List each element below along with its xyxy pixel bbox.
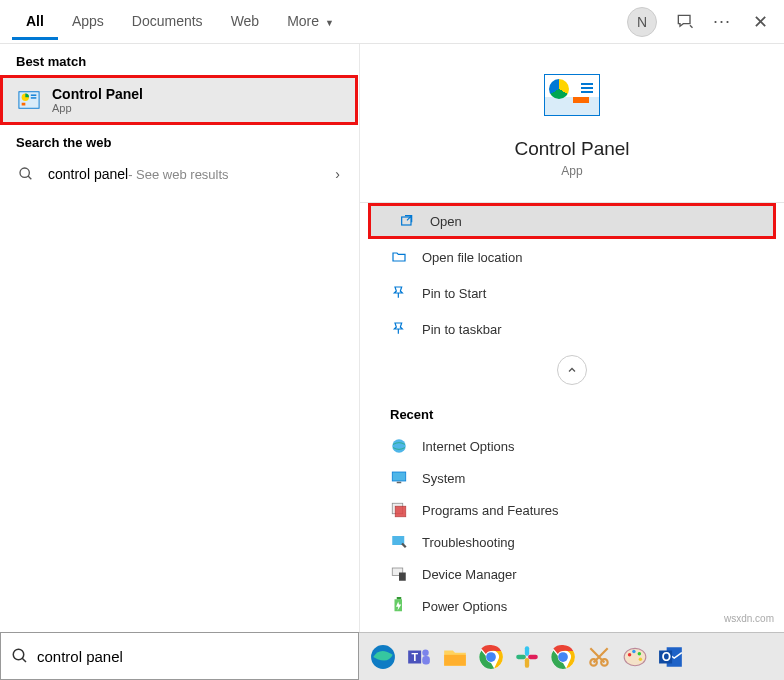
svg-rect-29 (525, 658, 529, 668)
svg-rect-9 (397, 482, 402, 484)
action-pin-to-start[interactable]: Pin to Start (360, 275, 784, 311)
taskbar-chrome-icon[interactable] (475, 641, 507, 673)
recent-system[interactable]: System (360, 462, 784, 494)
search-icon (18, 166, 36, 182)
recent-programs[interactable]: Programs and Features (360, 494, 784, 526)
svg-point-5 (20, 168, 29, 177)
control-panel-icon (18, 89, 40, 111)
tab-more[interactable]: More ▼ (273, 3, 348, 40)
svg-rect-8 (392, 472, 406, 481)
recent-list: Internet Options System Programs and Fea… (360, 430, 784, 622)
svg-point-38 (638, 652, 641, 655)
tab-documents[interactable]: Documents (118, 3, 217, 40)
chevron-right-icon: › (335, 166, 340, 182)
svg-rect-30 (528, 654, 538, 658)
svg-rect-11 (395, 506, 406, 517)
search-bar (0, 632, 359, 680)
action-label: Pin to Start (422, 286, 486, 301)
feedback-icon[interactable] (675, 12, 695, 32)
taskbar-edge-icon[interactable] (367, 641, 399, 673)
recent-device-manager[interactable]: Device Manager (360, 558, 784, 590)
internet-icon (390, 437, 408, 455)
monitor-icon (390, 469, 408, 487)
preview-sub: App (400, 164, 744, 178)
result-sub: App (52, 102, 143, 114)
taskbar-outlook-icon[interactable]: O (655, 641, 687, 673)
action-pin-to-taskbar[interactable]: Pin to taskbar (360, 311, 784, 347)
collapse-button[interactable] (557, 355, 587, 385)
control-panel-large-icon (544, 74, 600, 116)
svg-point-32 (558, 652, 568, 662)
svg-point-36 (628, 653, 631, 656)
preview-title: Control Panel (400, 138, 744, 160)
close-icon[interactable]: ✕ (749, 7, 772, 37)
user-avatar[interactable]: N (627, 7, 657, 37)
svg-rect-23 (444, 654, 466, 665)
svg-rect-3 (31, 97, 37, 98)
recent-troubleshooting[interactable]: Troubleshooting (360, 526, 784, 558)
best-match-header: Best match (0, 44, 358, 75)
tab-web[interactable]: Web (217, 3, 274, 40)
svg-text:T: T (411, 651, 418, 663)
svg-point-21 (422, 649, 429, 656)
recent-label: Troubleshooting (422, 535, 515, 550)
svg-point-17 (13, 649, 24, 660)
svg-rect-14 (399, 573, 406, 581)
recent-label: Internet Options (422, 439, 515, 454)
tab-apps[interactable]: Apps (58, 3, 118, 40)
web-result[interactable]: control panel - See web results › (0, 156, 358, 192)
recent-label: System (422, 471, 465, 486)
action-open-file-location[interactable]: Open file location (360, 239, 784, 275)
more-options-icon[interactable]: ··· (713, 11, 731, 32)
svg-text:O: O (662, 650, 671, 664)
taskbar-slack-icon[interactable] (511, 641, 543, 673)
folder-icon (390, 249, 408, 265)
recent-power-options[interactable]: Power Options (360, 590, 784, 622)
device-icon (390, 565, 408, 583)
action-label: Pin to taskbar (422, 322, 502, 337)
taskbar-chrome2-icon[interactable] (547, 641, 579, 673)
svg-rect-22 (422, 655, 430, 664)
svg-rect-16 (397, 597, 402, 599)
taskbar-explorer-icon[interactable] (439, 641, 471, 673)
svg-point-39 (639, 657, 642, 660)
recent-label: Power Options (422, 599, 507, 614)
open-icon (398, 213, 416, 229)
search-input[interactable] (37, 648, 348, 665)
results-panel: Best match Control Panel App Search the … (0, 44, 359, 632)
tab-all[interactable]: All (12, 3, 58, 40)
power-icon (390, 597, 408, 615)
taskbar: T O (359, 632, 784, 680)
search-icon (11, 647, 29, 665)
preview-panel: Control Panel App Open Open file locatio… (359, 44, 784, 632)
taskbar-teams-icon[interactable]: T (403, 641, 435, 673)
pin-icon (390, 321, 408, 337)
result-control-panel[interactable]: Control Panel App (0, 75, 358, 125)
recent-internet-options[interactable]: Internet Options (360, 430, 784, 462)
recent-label: Programs and Features (422, 503, 559, 518)
result-title: Control Panel (52, 86, 143, 102)
web-header: Search the web (0, 125, 358, 156)
taskbar-paint-icon[interactable] (619, 641, 651, 673)
svg-point-37 (632, 649, 635, 652)
action-label: Open file location (422, 250, 522, 265)
wrench-icon (390, 533, 408, 551)
web-suffix: - See web results (128, 167, 228, 182)
recent-header: Recent (360, 393, 784, 430)
svg-rect-0 (19, 92, 39, 109)
action-label: Open (430, 214, 462, 229)
recent-label: Device Manager (422, 567, 517, 582)
svg-rect-28 (516, 654, 526, 658)
action-open[interactable]: Open (368, 203, 776, 239)
search-tabs: All Apps Documents Web More ▼ N ··· ✕ (0, 0, 784, 44)
programs-icon (390, 501, 408, 519)
pin-icon (390, 285, 408, 301)
svg-rect-2 (31, 95, 37, 96)
web-text: control panel (48, 166, 128, 182)
svg-rect-27 (525, 646, 529, 656)
taskbar-snip-icon[interactable] (583, 641, 615, 673)
actions-list: Open Open file location Pin to Start Pin… (360, 203, 784, 347)
svg-point-7 (392, 439, 406, 453)
svg-rect-4 (22, 103, 26, 106)
watermark: wsxdn.com (724, 613, 774, 624)
